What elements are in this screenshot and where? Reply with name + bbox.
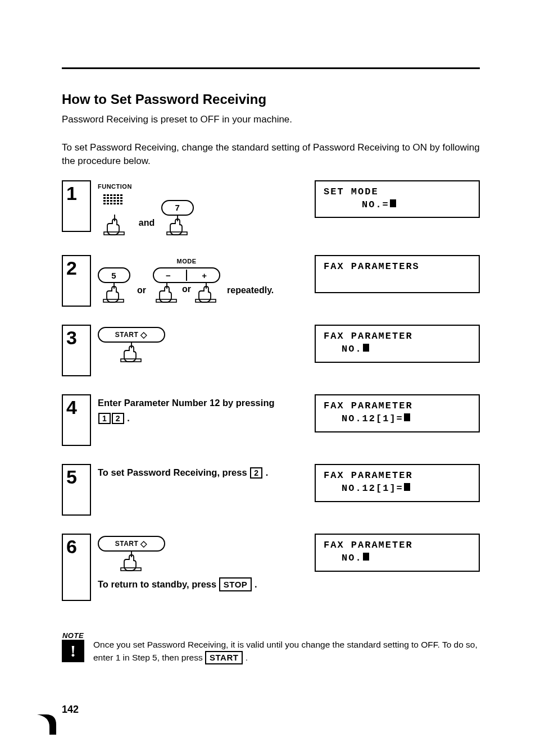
step-number: 3 [62, 325, 91, 376]
keypad-icon [100, 193, 129, 216]
return-standby-text: To return to standby, press [98, 579, 216, 589]
svg-rect-28 [196, 299, 216, 302]
svg-rect-27 [156, 299, 176, 302]
svg-rect-24 [104, 232, 124, 235]
svg-rect-11 [120, 197, 122, 199]
step-text: Enter Parameter Number 12 by pressing [98, 397, 308, 409]
step-action: FUNCTION [98, 180, 308, 237]
keycap-2: 2 [250, 467, 262, 479]
step-row: 1 FUNCTION [62, 180, 480, 237]
display-line1: FAX PARAMETER [324, 330, 471, 343]
lcd-display: FAX PARAMETER NO.12[1]= [315, 394, 480, 432]
period: . [255, 579, 257, 589]
keycap-1: 1 [98, 413, 111, 424]
svg-rect-26 [103, 299, 124, 302]
exclaim-icon: ! [62, 640, 84, 662]
keycap-2: 2 [112, 413, 124, 424]
display-line1: FAX PARAMETER [324, 539, 471, 552]
svg-rect-15 [113, 200, 116, 202]
svg-rect-16 [117, 200, 119, 202]
hand-icon [117, 340, 146, 364]
step-text: To set Password Receiving, press [98, 467, 247, 477]
display-line1: SET MODE [324, 186, 471, 199]
step-row: 3 START ◇ FAX PARAMET [62, 325, 480, 376]
display-line2: NO.12[1]= [324, 413, 471, 426]
page-number: 142 [62, 704, 79, 716]
repeatedly-text: repeatedly. [227, 284, 274, 297]
svg-rect-1 [107, 194, 109, 196]
svg-rect-14 [110, 200, 112, 202]
svg-rect-22 [117, 203, 119, 204]
svg-rect-10 [117, 197, 119, 199]
step-action: START ◇ [98, 325, 308, 376]
horizontal-rule [62, 67, 480, 69]
step-row: 2 5 or MODE − [62, 255, 480, 307]
or-connector: or [182, 283, 191, 299]
note-block: NOTE ! Once you set Password Receiving, … [62, 631, 480, 664]
cursor-icon [363, 553, 369, 561]
lcd-display: FAX PARAMETERS [315, 255, 480, 293]
svg-rect-25 [167, 232, 187, 235]
period: . [127, 413, 130, 423]
display-line2: NO. [324, 552, 471, 565]
step-row: 6 START ◇ To return to s [62, 534, 480, 601]
svg-rect-0 [103, 194, 106, 196]
svg-rect-23 [120, 203, 122, 204]
hand-icon [117, 549, 146, 573]
mode-label: MODE [177, 257, 197, 266]
cursor-icon [390, 199, 396, 207]
display-line2: NO.= [324, 199, 471, 212]
period: . [266, 467, 269, 477]
lcd-display: FAX PARAMETER NO.12[1]= [315, 464, 480, 502]
hand-icon [101, 213, 129, 237]
step-action: Enter Parameter Number 12 by pressing 12… [98, 394, 308, 446]
svg-rect-5 [120, 194, 122, 196]
step-number: 4 [62, 394, 91, 446]
svg-rect-30 [121, 568, 141, 571]
step-action: 5 or MODE − + [98, 255, 308, 307]
svg-rect-21 [113, 203, 116, 204]
keycap-stop: STOP [219, 577, 252, 591]
step-number: 6 [62, 534, 91, 601]
display-line2: NO.12[1]= [324, 482, 471, 495]
and-connector: and [139, 217, 155, 229]
steps-list: 1 FUNCTION [62, 180, 480, 601]
step-action: START ◇ To return to standby, press STOP… [98, 534, 308, 591]
period: . [246, 653, 248, 662]
display-line2: NO. [324, 343, 471, 356]
note-label: NOTE [62, 631, 84, 640]
page-title: How to Set Password Receiving [62, 92, 480, 107]
svg-rect-29 [121, 359, 141, 362]
keycap-start: START [205, 651, 243, 664]
cursor-icon [404, 413, 410, 421]
svg-rect-8 [110, 197, 112, 199]
plus-label: + [202, 270, 207, 281]
svg-rect-6 [103, 197, 106, 199]
step-action: To set Password Receiving, press 2 . [98, 464, 308, 516]
step-row: 4 Enter Parameter Number 12 by pressing … [62, 394, 480, 446]
minus-label: − [166, 270, 171, 281]
svg-rect-19 [107, 203, 109, 204]
intro-text-1: Password Receiving is preset to OFF in y… [62, 114, 480, 125]
svg-rect-2 [110, 194, 112, 196]
svg-rect-3 [113, 194, 116, 196]
svg-rect-13 [107, 200, 109, 202]
svg-rect-17 [120, 200, 122, 202]
step-number: 5 [62, 464, 91, 516]
hand-icon [192, 281, 220, 304]
svg-rect-7 [107, 197, 109, 199]
step-row: 5 To set Password Receiving, press 2 . F… [62, 464, 480, 516]
lcd-display: FAX PARAMETER NO. [315, 325, 480, 363]
or-connector: or [137, 284, 146, 297]
svg-rect-18 [103, 203, 106, 204]
hand-icon [153, 281, 181, 304]
lcd-display: FAX PARAMETER NO. [315, 534, 480, 572]
display-line2 [324, 274, 471, 286]
svg-rect-12 [103, 200, 106, 202]
hand-icon [163, 213, 192, 237]
note-text: Once you set Password Receiving, it is v… [93, 631, 480, 664]
cursor-icon [404, 483, 410, 491]
display-line1: FAX PARAMETER [324, 400, 471, 413]
svg-rect-9 [113, 197, 116, 199]
cursor-icon [363, 344, 369, 352]
